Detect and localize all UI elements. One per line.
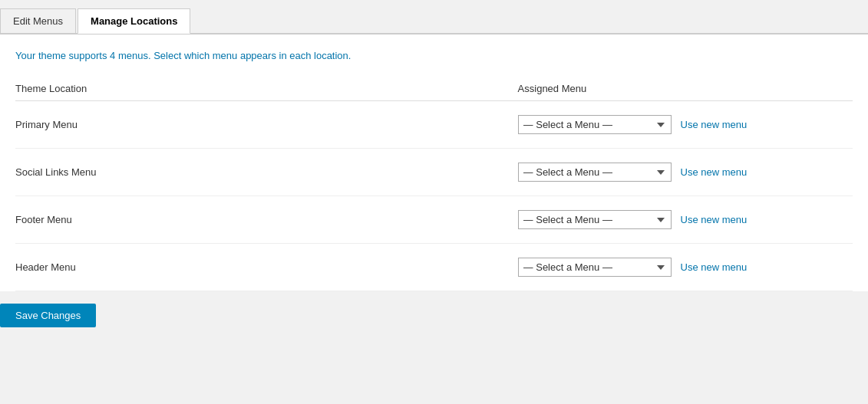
- locations-table: Theme Location Assigned Menu Primary Men…: [15, 77, 853, 291]
- table-header: Theme Location Assigned Menu: [15, 77, 853, 101]
- tab-manage-locations-label: Manage Locations: [91, 15, 177, 27]
- table-row: Header Menu— Select a Menu —Use new menu: [15, 244, 853, 291]
- location-cell-primary-menu: Primary Menu: [15, 101, 518, 149]
- location-cell-footer-menu: Footer Menu: [15, 196, 518, 244]
- location-cell-social-links-menu: Social Links Menu: [15, 149, 518, 196]
- use-new-menu-link-social-links-menu[interactable]: Use new menu: [681, 166, 748, 178]
- save-changes-button[interactable]: Save Changes: [0, 304, 96, 327]
- menu-select-header-menu[interactable]: — Select a Menu —: [518, 258, 672, 277]
- table-row: Primary Menu— Select a Menu —Use new men…: [15, 101, 853, 149]
- location-cell-header-menu: Header Menu: [15, 244, 518, 291]
- page-wrapper: Edit Menus Manage Locations Your theme s…: [0, 0, 868, 340]
- use-new-menu-link-primary-menu[interactable]: Use new menu: [681, 119, 748, 130]
- description-text: Your theme supports 4 menus. Select whic…: [15, 50, 853, 77]
- save-section: Save Changes: [0, 291, 868, 340]
- menu-controls-social-links-menu: — Select a Menu —Use new menu: [518, 163, 853, 182]
- table-header-row: Theme Location Assigned Menu: [15, 77, 853, 101]
- menu-select-primary-menu[interactable]: — Select a Menu —: [518, 115, 672, 134]
- use-new-menu-link-footer-menu[interactable]: Use new menu: [681, 214, 748, 225]
- col-header-menu: Assigned Menu: [518, 77, 853, 101]
- page-content: Your theme supports 4 menus. Select whic…: [0, 50, 868, 291]
- menu-controls-footer-menu: — Select a Menu —Use new menu: [518, 210, 853, 229]
- content-area: Your theme supports 4 menus. Select whic…: [0, 34, 868, 340]
- table-body: Primary Menu— Select a Menu —Use new men…: [15, 101, 853, 291]
- tab-edit-menus[interactable]: Edit Menus: [0, 8, 76, 34]
- tab-edit-menus-label: Edit Menus: [13, 15, 63, 27]
- menu-controls-primary-menu: — Select a Menu —Use new menu: [518, 115, 853, 134]
- tab-manage-locations[interactable]: Manage Locations: [78, 8, 190, 34]
- menu-select-social-links-menu[interactable]: — Select a Menu —: [518, 163, 672, 182]
- menu-controls-header-menu: — Select a Menu —Use new menu: [518, 258, 853, 277]
- menu-cell-footer-menu: — Select a Menu —Use new menu: [518, 196, 853, 244]
- use-new-menu-link-header-menu[interactable]: Use new menu: [681, 261, 748, 273]
- tabs-container: Edit Menus Manage Locations: [0, 0, 868, 34]
- menu-cell-primary-menu: — Select a Menu —Use new menu: [518, 101, 853, 149]
- table-row: Footer Menu— Select a Menu —Use new menu: [15, 196, 853, 244]
- table-row: Social Links Menu— Select a Menu —Use ne…: [15, 149, 853, 196]
- col-header-location: Theme Location: [15, 77, 518, 101]
- menu-select-footer-menu[interactable]: — Select a Menu —: [518, 210, 672, 229]
- menu-cell-social-links-menu: — Select a Menu —Use new menu: [518, 149, 853, 196]
- menu-cell-header-menu: — Select a Menu —Use new menu: [518, 244, 853, 291]
